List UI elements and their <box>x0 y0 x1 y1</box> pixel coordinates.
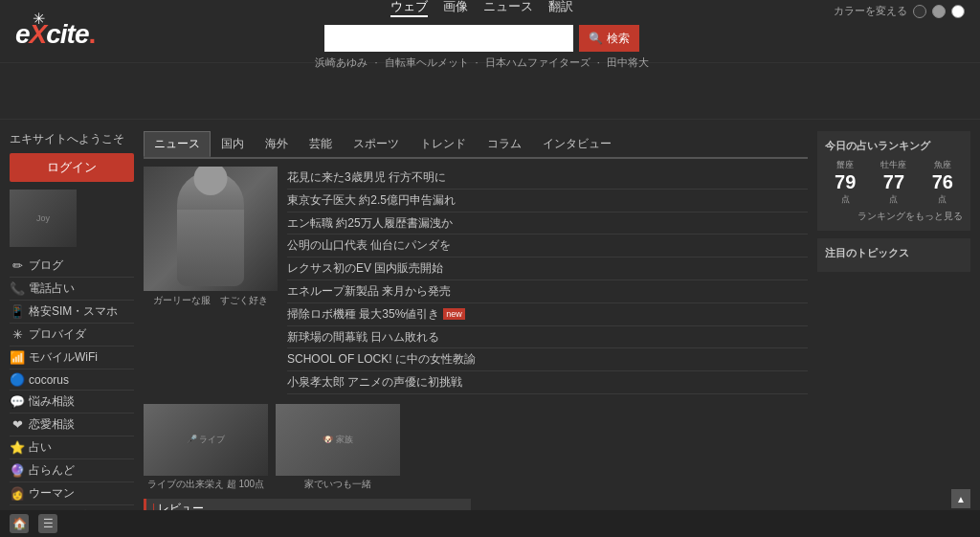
headline-6[interactable]: 掃除ロボ機種 最大35%値引きnew <box>287 303 808 326</box>
trending-item-4[interactable]: 田中将大 <box>607 56 649 68</box>
fortune-unit-1: 点 <box>880 193 906 206</box>
excite-logo[interactable]: eXcite. <box>15 19 95 50</box>
cocorus-icon: 🔵 <box>10 372 25 387</box>
sub-images: 🎤 ライブ ライブの出来栄え 超 100点 🐶 家族 家でいつも一緒 <box>144 404 808 491</box>
search-row: 🔍 検索 <box>324 25 639 52</box>
fortune-scores: 蟹座 79 点 牡牛座 77 点 魚座 76 点 <box>825 159 963 206</box>
news-main-caption: ガーリーな服 すごく好き <box>144 294 278 307</box>
sidebar-person-label: Joy <box>36 213 50 223</box>
sidebar-item-blog[interactable]: ✏ ブログ <box>10 255 134 278</box>
sidebar-item-phone[interactable]: 📞 電話占い <box>10 278 134 301</box>
sidebar-title: エキサイトへようこそ <box>10 131 134 147</box>
fortune-item-1: 牡牛座 77 点 <box>880 159 906 206</box>
tab-news[interactable]: ニュース <box>144 131 211 157</box>
sidebar-item-provider[interactable]: ✳ プロバイダ <box>10 324 134 347</box>
fortune-unit-2: 点 <box>932 193 953 206</box>
fortune-more[interactable]: ランキングをもっと見る <box>825 210 963 223</box>
headline-2[interactable]: エン転職 約25万人履歴書漏洩か <box>287 213 808 235</box>
sidebar-item-cocorus[interactable]: 🔵 cocorus <box>10 369 134 391</box>
topics-box: 注目のトピックス <box>817 238 970 272</box>
headline-9[interactable]: 小泉孝太郎 アニメの声優に初挑戦 <box>287 371 808 394</box>
topics-title: 注目のトピックス <box>825 246 963 260</box>
fortune-title: 今日の占いランキング <box>825 139 963 153</box>
sidebar-item-wifi[interactable]: 📶 モバイルWiFi <box>10 347 134 369</box>
nav-web[interactable]: ウェブ <box>390 0 428 17</box>
fortune-item-2: 魚座 76 点 <box>932 159 953 206</box>
sidebar-item-nayami[interactable]: 💬 悩み相談 <box>10 391 134 414</box>
news-section: ガーリーな服 すごく好き 花見に来た3歳男児 行方不明に 東京女子医大 約2.5… <box>144 167 808 394</box>
sub-image-1: 🐶 家族 家でいつも一緒 <box>276 404 400 491</box>
color-dot-gray[interactable] <box>932 5 946 18</box>
color-dot-white[interactable] <box>951 5 965 18</box>
wifi-icon: 📶 <box>10 350 25 365</box>
fortune-score-1: 77 <box>880 171 906 193</box>
nav-news[interactable]: ニュース <box>483 0 533 17</box>
main-layout: エキサイトへようこそ ログイン Joy ✏ ブログ 📞 電話占い 📱 格安SIM… <box>0 123 980 537</box>
urando-icon: 🔮 <box>10 463 25 478</box>
sidebar-item-woman[interactable]: 👩 ウーマン <box>10 482 134 505</box>
tab-interview[interactable]: インタビュー <box>532 131 622 157</box>
fortune-item-0: 蟹座 79 点 <box>835 159 856 206</box>
fortune-sign-0: 蟹座 <box>835 159 856 171</box>
provider-icon: ✳ <box>10 327 25 342</box>
headline-8[interactable]: SCHOOL OF LOCK! に中の女性教諭 <box>287 348 808 371</box>
woman-icon: 👩 <box>10 486 25 501</box>
headline-4[interactable]: レクサス初のEV 国内販売開始 <box>287 257 808 280</box>
sidebar-avatar: Joy <box>10 190 77 247</box>
search-area: ウェブ 画像 ニュース 翻訳 🔍 検索 浜崎あゆみ · 自転車ヘルメット · 日… <box>311 0 653 70</box>
fortune-sign-1: 牡牛座 <box>880 159 906 171</box>
scroll-top-button[interactable]: ▲ <box>951 489 970 508</box>
trending-links: 浜崎あゆみ · 自転車ヘルメット · 日本ハムファイターズ · 田中将大 <box>311 56 653 70</box>
sidebar: エキサイトへようこそ ログイン Joy ✏ ブログ 📞 電話占い 📱 格安SIM… <box>10 131 134 537</box>
tab-sports[interactable]: スポーツ <box>343 131 410 157</box>
headline-1[interactable]: 東京女子医大 約2.5億円申告漏れ <box>287 190 808 213</box>
renai-icon: ❤ <box>10 417 25 432</box>
nav-images[interactable]: 画像 <box>443 0 468 17</box>
search-button[interactable]: 🔍 検索 <box>579 25 639 52</box>
fortune-unit-0: 点 <box>835 193 856 206</box>
tab-overseas[interactable]: 海外 <box>255 131 299 157</box>
tab-column[interactable]: コラム <box>477 131 532 157</box>
tab-entertainment[interactable]: 芸能 <box>299 131 343 157</box>
nav-translate[interactable]: 翻訳 <box>548 0 573 17</box>
tab-domestic[interactable]: 国内 <box>211 131 255 157</box>
new-badge: new <box>443 308 465 320</box>
center-content: ニュース 国内 海外 芸能 スポーツ トレンド コラム インタビュー <box>144 131 808 537</box>
sidebar-item-renai[interactable]: ❤ 恋愛相談 <box>10 414 134 436</box>
color-dot-dark[interactable] <box>913 5 926 18</box>
sub-label-0[interactable]: ライブの出来栄え 超 100点 <box>144 478 268 491</box>
trending-item-1[interactable]: 浜崎あゆみ <box>315 56 368 68</box>
sidebar-item-uranai[interactable]: ⭐ 占い <box>10 436 134 459</box>
sidebar-item-urando[interactable]: 🔮 占らんど <box>10 459 134 482</box>
news-headlines: 花見に来た3歳男児 行方不明に 東京女子医大 約2.5億円申告漏れ エン転職 約… <box>287 167 808 394</box>
headline-0[interactable]: 花見に来た3歳男児 行方不明に <box>287 167 808 190</box>
news-main-photo <box>144 167 278 291</box>
headline-5[interactable]: エネループ新製品 来月から発売 <box>287 280 808 303</box>
phone-icon: 📞 <box>10 281 25 296</box>
headline-7[interactable]: 新球場の間幕戦 日ハム敗れる <box>287 326 808 349</box>
logo-area: ✳ eXcite. <box>15 19 95 50</box>
tab-trends[interactable]: トレンド <box>410 131 477 157</box>
category-tabs: ニュース 国内 海外 芸能 スポーツ トレンド コラム インタビュー <box>144 131 808 159</box>
search-icon: 🔍 <box>589 32 603 45</box>
sub-label-1[interactable]: 家でいつも一緒 <box>276 478 400 491</box>
sim-icon: 📱 <box>10 304 25 319</box>
search-input[interactable] <box>324 25 573 52</box>
menu-icon[interactable]: ☰ <box>38 514 57 533</box>
trending-item-3[interactable]: 日本ハムファイターズ <box>485 56 590 68</box>
bottom-bar: 🏠 ☰ <box>0 510 980 537</box>
sub-photo-0: 🎤 ライブ <box>144 404 268 476</box>
color-toggle-label: カラーを変える <box>834 4 907 18</box>
news-main-image: ガーリーな服 すごく好き <box>144 167 278 394</box>
right-sidebar: 今日の占いランキング 蟹座 79 点 牡牛座 77 点 魚座 76 <box>817 131 970 537</box>
headline-3[interactable]: 公明の山口代表 仙台にパンダを <box>287 235 808 257</box>
fortune-box: 今日の占いランキング 蟹座 79 点 牡牛座 77 点 魚座 76 <box>817 131 970 231</box>
sidebar-items: ✏ ブログ 📞 電話占い 📱 格安SIM・スマホ ✳ プロバイダ 📶 <box>10 255 134 537</box>
trending-item-2[interactable]: 自転車ヘルメット <box>385 56 469 68</box>
blog-icon: ✏ <box>10 258 25 273</box>
home-icon[interactable]: 🏠 <box>10 514 29 533</box>
fortune-score-2: 76 <box>932 171 953 193</box>
color-toggle[interactable]: カラーを変える <box>834 4 965 18</box>
sidebar-item-sim[interactable]: 📱 格安SIM・スマホ <box>10 301 134 324</box>
login-button[interactable]: ログイン <box>10 153 134 182</box>
